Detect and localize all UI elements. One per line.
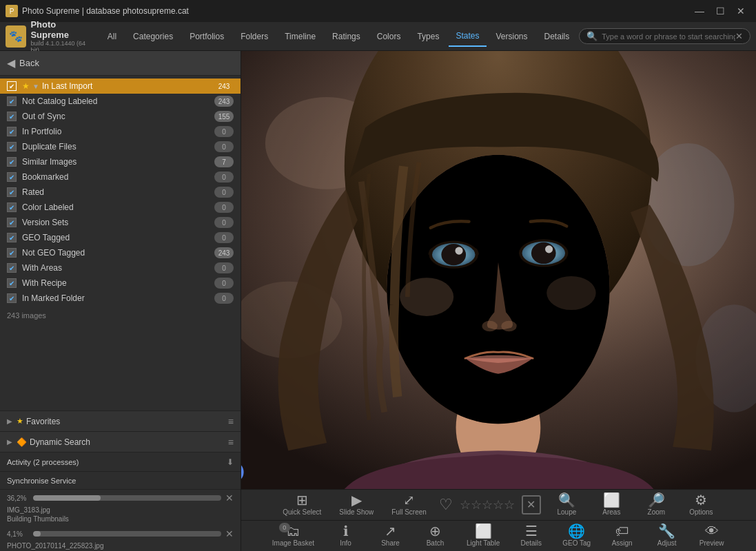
sidebar: ◀ Back ✔ ★ ▼ In Last Import 243 ✔ Not Ca…: [0, 51, 241, 551]
back-arrow-icon[interactable]: ◀: [7, 56, 15, 70]
panel-menu-icon[interactable]: ≡: [228, 437, 234, 448]
light-table-button[interactable]: ⬜ Light Table: [461, 521, 505, 550]
full-screen-label: Full Screen: [391, 508, 427, 516]
slide-show-button[interactable]: ▶ Slide Show: [334, 490, 379, 519]
state-item-not-catalog-labeled[interactable]: ✔ Not Catalog Labeled 243: [0, 94, 241, 109]
options-button[interactable]: ⚙ Options: [682, 490, 720, 519]
panel-menu-icon[interactable]: ≡: [228, 416, 234, 427]
back-label[interactable]: Back: [19, 58, 39, 68]
star-4-icon[interactable]: ☆: [493, 497, 504, 512]
titlebar: P Photo Supreme | database photosupreme.…: [0, 0, 756, 22]
state-label: Not GEO Tagged: [22, 248, 214, 258]
state-checkbox: ✔: [7, 187, 17, 197]
state-badge: 0: [214, 126, 234, 137]
info-button[interactable]: ℹ Info: [327, 521, 365, 550]
state-item-geo-tagged[interactable]: ✔ GEO Tagged 0: [0, 230, 241, 245]
progress-cancel-1[interactable]: ✕: [225, 492, 234, 503]
state-item-in-last-import[interactable]: ✔ ★ ▼ In Last Import 243: [0, 79, 241, 94]
nav-tab-ratings[interactable]: Ratings: [325, 26, 367, 47]
batch-button[interactable]: ⊕ Batch: [416, 521, 454, 550]
state-item-version-sets[interactable]: ✔ Version Sets 0: [0, 215, 241, 230]
sync-bar: Synchronise Service: [0, 472, 241, 490]
state-item-with-recipe[interactable]: ✔ With Recipe 0: [0, 276, 241, 291]
nav-tab-timeline[interactable]: Timeline: [278, 26, 323, 47]
preview-button[interactable]: 👁 Preview: [693, 521, 731, 550]
favorites-panel[interactable]: ▶ ★ Favorites ≡: [0, 411, 241, 432]
app-name-block: Photo Supreme build 4.1.0.1440 (64 bit): [30, 19, 93, 54]
star-1-icon[interactable]: ☆: [460, 497, 471, 512]
star-3-icon[interactable]: ☆: [482, 497, 493, 512]
state-item-not-geo-tagged[interactable]: ✔ Not GEO Tagged 243: [0, 245, 241, 260]
geo-tag-label: GEO Tag: [562, 539, 591, 547]
adjust-icon: 🔧: [658, 524, 675, 538]
state-item-out-of-sync[interactable]: ✔ Out of Sync 155: [0, 109, 241, 124]
heart-icon[interactable]: ♡: [439, 497, 453, 512]
maximize-button[interactable]: ☐: [711, 1, 730, 21]
state-badge: 0: [214, 262, 234, 273]
share-button[interactable]: ↗ Share: [371, 521, 409, 550]
nav-tab-portfolios[interactable]: Portfolios: [183, 26, 231, 47]
panel-expand-icon: ▶: [7, 417, 12, 425]
nav-tab-types[interactable]: Types: [410, 26, 446, 47]
assign-button[interactable]: 🏷 Assign: [603, 521, 641, 550]
areas-button[interactable]: ⬜ Areas: [593, 490, 631, 519]
nav-tab-versions[interactable]: Versions: [489, 26, 535, 47]
photo-container: ◀: [241, 51, 756, 489]
areas-label: Areas: [602, 508, 620, 516]
activity-expand-icon[interactable]: ⬇: [227, 457, 234, 467]
adjust-button[interactable]: 🔧 Adjust: [648, 521, 686, 550]
photo-image: ◀: [241, 51, 756, 489]
loupe-button[interactable]: 🔍 Loupe: [548, 490, 586, 519]
geo-tag-button[interactable]: 🌐 GEO Tag: [557, 521, 596, 550]
details-button[interactable]: ☰ Details: [512, 521, 550, 550]
state-label: Duplicate Files: [22, 142, 214, 152]
star-2-icon[interactable]: ☆: [471, 497, 482, 512]
search-box[interactable]: 🔍 ✕: [579, 28, 750, 44]
batch-label: Batch: [427, 539, 445, 547]
state-item-bookmarked[interactable]: ✔ Bookmarked 0: [0, 169, 241, 185]
progress-bar-inner-1: [33, 495, 101, 501]
quick-select-button[interactable]: ⊞ Quick Select: [277, 490, 327, 519]
light-table-label: Light Table: [467, 539, 500, 547]
state-item-similar-images[interactable]: ✔ Similar Images 7: [0, 154, 241, 169]
share-icon: ↗: [385, 524, 396, 538]
reject-button[interactable]: ✕: [522, 495, 541, 514]
nav-tab-colors[interactable]: Colors: [370, 26, 408, 47]
state-item-in-marked-folder[interactable]: ✔ In Marked Folder 0: [0, 291, 241, 306]
state-item-duplicate-files[interactable]: ✔ Duplicate Files 0: [0, 139, 241, 154]
progress-cancel-2[interactable]: ✕: [225, 528, 234, 539]
state-checkbox: ✔: [7, 112, 17, 121]
state-checkbox: ✔: [7, 293, 17, 303]
nav-tab-states[interactable]: States: [449, 26, 486, 47]
state-item-color-labeled[interactable]: ✔ Color Labeled 0: [0, 200, 241, 215]
minimize-button[interactable]: —: [690, 1, 709, 21]
preview-area[interactable]: ◀: [241, 51, 756, 489]
activity-bar: Activity (2 processes) ⬇: [0, 453, 241, 472]
star-5-icon[interactable]: ☆: [504, 497, 515, 512]
details-icon: ☰: [525, 524, 538, 538]
close-button[interactable]: ✕: [731, 1, 750, 21]
search-clear-icon[interactable]: ✕: [735, 31, 743, 41]
nav-tab-all[interactable]: All: [101, 26, 123, 47]
assign-label: Assign: [612, 539, 633, 547]
state-label: Color Labeled: [22, 202, 214, 212]
logo-icon: 🐾: [6, 25, 26, 48]
svg-point-17: [545, 245, 553, 253]
state-checkbox: ✔: [7, 233, 17, 242]
full-screen-button[interactable]: ⤢ Full Screen: [386, 490, 432, 519]
zoom-button[interactable]: 🔎 Zoom: [637, 490, 675, 519]
state-item-in-portfolio[interactable]: ✔ In Portfolio 0: [0, 124, 241, 139]
state-badge: 0: [214, 278, 234, 289]
full-screen-icon: ⤢: [403, 493, 415, 507]
state-checkbox: ✔: [7, 157, 17, 167]
state-item-with-areas[interactable]: ✔ With Areas 0: [0, 260, 241, 276]
nav-tab-details[interactable]: Details: [538, 26, 577, 47]
search-input[interactable]: [602, 32, 735, 41]
image-basket-button[interactable]: 🗂 0 Image Basket: [267, 521, 320, 550]
state-checkbox: ✔: [7, 172, 17, 182]
state-item-rated[interactable]: ✔ Rated 0: [0, 185, 241, 200]
progress-filename-2: PHOTO_20170114_225823.jpg: [0, 542, 241, 551]
nav-tab-folders[interactable]: Folders: [234, 26, 275, 47]
nav-tab-categories[interactable]: Categories: [126, 26, 180, 47]
dynamic-search-panel[interactable]: ▶ 🔶 Dynamic Search ≡: [0, 432, 241, 453]
